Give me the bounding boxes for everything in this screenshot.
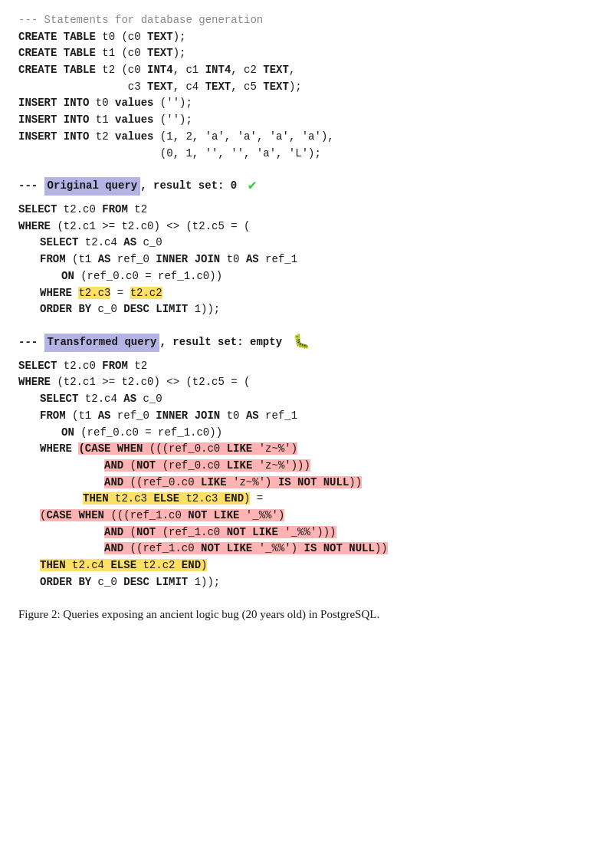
tq-6: WHERE (CASE WHEN (((ref_0.c0 LIKE 'z~%') xyxy=(40,441,589,458)
tq-14: ORDER BY c_0 DESC LIMIT 1)); xyxy=(40,574,589,591)
figure-caption: Figure 2: Queries exposing an ancient lo… xyxy=(18,606,589,623)
oq-6: WHERE t2.c3 = t2.c2 xyxy=(40,285,589,302)
transformed-query: SELECT t2.c0 FROM t2 WHERE (t2.c1 >= t2.… xyxy=(18,358,589,591)
stmt-4: INSERT INTO t0 values (''); xyxy=(18,95,589,112)
oq-4: FROM (t1 AS ref_0 INNER JOIN t0 AS ref_1 xyxy=(40,252,589,268)
stmt-3: CREATE TABLE t2 (c0 INT4, c1 INT4, c2 TE… xyxy=(18,62,589,79)
dash-prefix-t: --- xyxy=(18,334,44,351)
stmt-1: CREATE TABLE t0 (c0 TEXT); xyxy=(18,29,589,46)
dash-prefix: --- xyxy=(18,178,44,195)
tq-7: AND (NOT (ref_0.c0 LIKE 'z~%'))) xyxy=(104,458,589,475)
tq-3: SELECT t2.c4 AS c_0 xyxy=(40,391,589,408)
original-header: --- Original query, result set: 0 ✔ xyxy=(18,176,589,197)
oq-5: ON (ref_0.c0 = ref_1.c0)) xyxy=(61,268,589,285)
oq-7: ORDER BY c_0 DESC LIMIT 1)); xyxy=(40,301,589,318)
stmt-6: INSERT INTO t2 values (1, 2, 'a', 'a', '… xyxy=(18,129,589,146)
tq-13: THEN t2.c4 ELSE t2.c2 END) xyxy=(40,557,589,574)
tq-8: AND ((ref_0.c0 LIKE 'z~%') IS NOT NULL)) xyxy=(104,475,589,492)
tq-10: (CASE WHEN (((ref_1.c0 NOT LIKE '_%%') xyxy=(40,508,589,524)
original-result-text: , result set: 0 xyxy=(140,178,237,195)
stmt-6b: (0, 1, '', '', 'a', 'L'); xyxy=(18,146,589,163)
tq-4: FROM (t1 AS ref_0 INNER JOIN t0 AS ref_1 xyxy=(40,408,589,425)
stmt-2: CREATE TABLE t1 (c0 TEXT); xyxy=(18,45,589,62)
check-icon: ✔ xyxy=(248,176,257,197)
stmt-5: INSERT INTO t1 values (''); xyxy=(18,112,589,129)
original-label: Original query xyxy=(44,177,141,196)
oq-2: WHERE (t2.c1 >= t2.c0) <> (t2.c5 = ( xyxy=(18,219,589,235)
tq-12: AND ((ref_1.c0 NOT LIKE '_%%') IS NOT NU… xyxy=(104,541,589,557)
tq-5: ON (ref_0.c0 = ref_1.c0)) xyxy=(61,425,589,442)
oq-3: SELECT t2.c4 AS c_0 xyxy=(40,235,589,252)
original-section: --- Original query, result set: 0 ✔ SELE… xyxy=(18,176,589,318)
transformed-header: --- Transformed query, result set: empty… xyxy=(18,332,589,353)
tq-9: THEN t2.c3 ELSE t2.c3 END) = xyxy=(83,491,589,508)
tq-1: SELECT t2.c0 FROM t2 xyxy=(18,358,589,375)
statements-section: --- Statements for database generation C… xyxy=(18,12,589,162)
tq-2: WHERE (t2.c1 >= t2.c0) <> (t2.c5 = ( xyxy=(18,374,589,391)
stmt-3b: c3 TEXT, c4 TEXT, c5 TEXT); xyxy=(18,79,589,96)
tq-11: AND (NOT (ref_1.c0 NOT LIKE '_%%'))) xyxy=(104,524,589,541)
transformed-section: --- Transformed query, result set: empty… xyxy=(18,332,589,591)
original-query: SELECT t2.c0 FROM t2 WHERE (t2.c1 >= t2.… xyxy=(18,202,589,318)
comment-line: --- Statements for database generation xyxy=(18,12,589,29)
bug-icon: 🐛 xyxy=(293,332,310,353)
oq-1: SELECT t2.c0 FROM t2 xyxy=(18,202,589,219)
transformed-label: Transformed query xyxy=(44,334,160,352)
transformed-result-text: , result set: empty xyxy=(159,334,282,351)
